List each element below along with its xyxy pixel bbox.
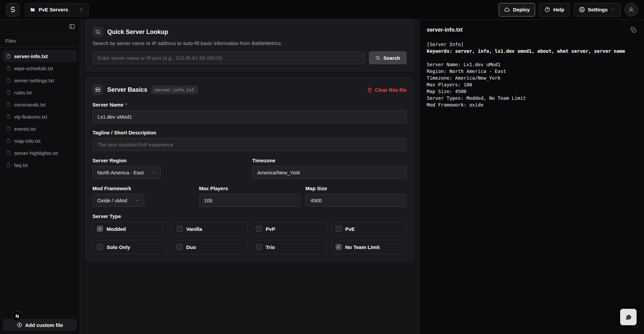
server-lookup-input[interactable] xyxy=(92,51,365,64)
sidebar-file-item[interactable]: rules.txt xyxy=(3,86,77,98)
mod-framework-select[interactable]: Oxide / uMod xyxy=(92,194,144,207)
add-custom-file-button[interactable]: Add custom file xyxy=(3,319,76,331)
file-icon xyxy=(6,138,11,143)
file-name: map-info.txt xyxy=(14,138,40,144)
tagline-input[interactable] xyxy=(92,138,407,151)
max-players-input[interactable] xyxy=(199,194,300,207)
sidebar-file-item[interactable]: commands.txt xyxy=(3,98,77,111)
search-button-label: Search xyxy=(383,55,400,61)
sidebar-file-item[interactable]: server-highlights.txt xyxy=(3,147,77,159)
required-asterisk: * xyxy=(125,102,127,108)
server-type-option-label: Modded xyxy=(107,226,126,232)
lookup-card-header: Quick Server Lookup xyxy=(92,27,407,37)
file-name: faq.txt xyxy=(14,162,28,168)
nextjs-dev-badge[interactable]: N xyxy=(12,311,22,321)
checkbox-unchecked xyxy=(177,244,183,250)
file-preview-panel: server-info.txt [Server Info]Keywords: s… xyxy=(419,19,644,334)
region-select-value: North America - East xyxy=(97,170,144,175)
server-type-option-label: PvP xyxy=(266,226,275,232)
sidebar-file-item[interactable]: events.txt xyxy=(3,123,77,135)
preview-line: Mod Framework: oxide xyxy=(427,101,637,108)
clear-file-button[interactable]: Clear this file xyxy=(367,87,407,93)
folder-icon xyxy=(30,7,35,12)
copy-icon xyxy=(631,27,637,33)
server-type-option[interactable]: Vanilla xyxy=(172,222,248,236)
checkbox-checked: ✓ xyxy=(97,226,103,232)
map-size-label: Map Size xyxy=(305,185,407,191)
sidebar-file-item[interactable]: wipe-schedule.txt xyxy=(3,62,77,74)
file-icon xyxy=(6,90,11,95)
chevron-down-icon xyxy=(135,198,140,203)
server-name-label: Server Name * xyxy=(92,102,407,108)
file-icon xyxy=(6,126,11,131)
server-name-label-text: Server Name xyxy=(92,102,123,108)
file-name: rules.txt xyxy=(14,90,32,95)
copy-button[interactable] xyxy=(631,27,637,33)
server-type-label: Server Type xyxy=(92,213,407,219)
preview-line: [Server Info] xyxy=(427,41,637,48)
file-name: server-highlights.txt xyxy=(14,150,58,156)
file-name: vip-features.txt xyxy=(14,114,47,120)
file-name: events.txt xyxy=(14,126,36,132)
file-icon xyxy=(6,102,11,107)
region-select[interactable]: North America - East xyxy=(92,166,161,179)
project-selector-label: PvE Servers xyxy=(39,7,68,12)
mod-framework-label: Mod Framework xyxy=(92,185,194,191)
server-type-option[interactable]: ✓No Team Limit xyxy=(331,240,407,254)
sidebar-file-item[interactable]: faq.txt xyxy=(3,159,77,171)
server-basics-card: Server Basics server-info.txt Clear this… xyxy=(85,77,414,261)
map-size-input[interactable] xyxy=(305,194,407,207)
server-type-option[interactable]: Solo Only xyxy=(92,240,168,254)
panel-left-icon xyxy=(69,24,75,30)
server-type-option[interactable]: ✓Modded xyxy=(92,222,168,236)
current-file-badge: server-info.txt xyxy=(151,86,197,94)
server-type-option-label: Solo Only xyxy=(107,244,130,250)
chat-fab-button[interactable] xyxy=(620,309,637,325)
timezone-label: Timezone xyxy=(252,158,407,163)
server-type-option[interactable]: PvP xyxy=(252,222,327,236)
file-name: wipe-schedule.txt xyxy=(14,66,53,71)
chat-bubble-icon xyxy=(625,314,632,321)
server-type-option[interactable]: Trio xyxy=(252,240,327,254)
sidebar-file-item[interactable]: vip-features.txt xyxy=(3,111,77,123)
server-type-option[interactable]: PvE xyxy=(331,222,407,236)
mod-framework-select-value: Oxide / uMod xyxy=(97,198,127,203)
server-type-option[interactable]: Duo xyxy=(172,240,248,254)
sidebar-file-item[interactable]: server-settings.txt xyxy=(3,74,77,86)
settings-button[interactable]: Settings xyxy=(574,3,620,16)
help-button[interactable]: Help xyxy=(539,3,570,16)
timezone-input[interactable] xyxy=(252,166,407,179)
project-selector[interactable]: PvE Servers xyxy=(25,3,89,16)
max-players-field: Max Players xyxy=(199,185,300,207)
tagline-field: Tagline / Short Description xyxy=(92,130,407,151)
deploy-button[interactable]: Deploy xyxy=(499,3,535,16)
file-icon xyxy=(6,114,11,119)
deploy-button-label: Deploy xyxy=(513,7,530,12)
quick-server-lookup-card: Quick Server Lookup Search by server nam… xyxy=(85,19,414,71)
server-type-option-label: Duo xyxy=(186,244,196,250)
sidebar-file-item[interactable]: map-info.txt xyxy=(3,135,77,147)
add-custom-file-label: Add custom file xyxy=(25,322,63,328)
avatar-button[interactable] xyxy=(624,3,638,16)
file-icon xyxy=(6,151,11,155)
server-name-field: Server Name * xyxy=(92,102,407,123)
files-section-label: Files xyxy=(0,34,80,47)
checkbox-unchecked xyxy=(177,226,183,232)
search-button[interactable]: Search xyxy=(369,51,407,64)
sidebar-file-item[interactable]: server-info.txt xyxy=(3,50,77,62)
server-name-input[interactable] xyxy=(92,110,407,123)
chevrons-up-down-icon xyxy=(79,7,84,12)
server-type-option-label: PvE xyxy=(345,226,355,232)
chevron-down-icon xyxy=(152,170,156,175)
map-size-field: Map Size xyxy=(305,185,407,207)
preview-line: Timezone: America/New_York xyxy=(427,75,637,81)
plus-circle-icon xyxy=(17,322,22,328)
sidebar: Files server-info.txtwipe-schedule.txtse… xyxy=(0,19,80,334)
app-logo[interactable] xyxy=(6,3,20,16)
gear-icon xyxy=(579,7,585,12)
trash-icon xyxy=(367,87,372,92)
tagline-label: Tagline / Short Description xyxy=(92,130,407,135)
collapse-sidebar-button[interactable] xyxy=(69,24,75,30)
app-body: Files server-info.txtwipe-schedule.txtse… xyxy=(0,19,644,334)
checkbox-unchecked xyxy=(336,226,342,232)
